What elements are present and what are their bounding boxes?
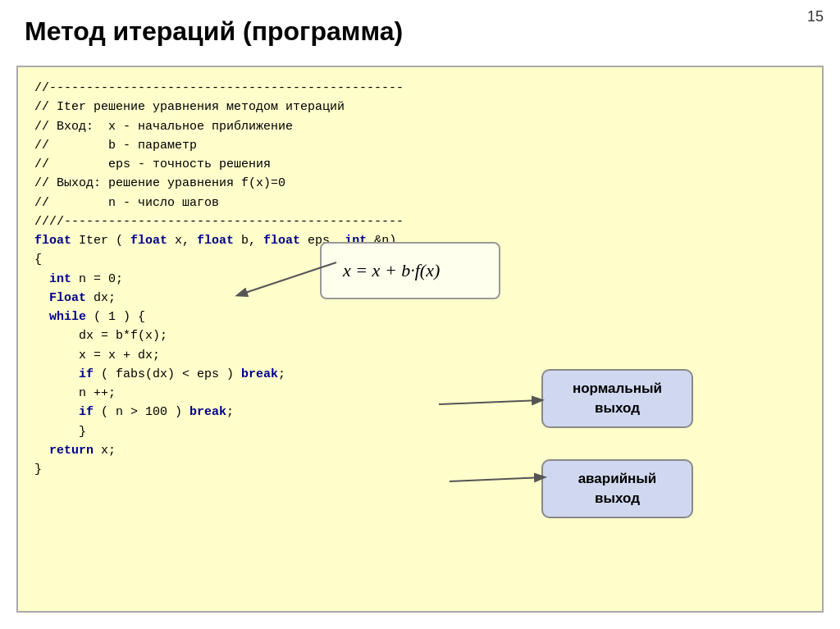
formula-svg: x = x + b·f(x) xyxy=(335,252,499,285)
code-block: //--------------------------------------… xyxy=(16,66,824,613)
code-line-4: // b - параметр xyxy=(34,136,806,155)
svg-text:x = x + b·f(x): x = x + b·f(x) xyxy=(342,260,440,280)
callout-emergency: аварийный выход xyxy=(541,459,693,518)
page-number: 15 xyxy=(807,8,824,25)
code-line-5: // eps - точность решения xyxy=(34,155,806,174)
formula-box: x = x + b·f(x) xyxy=(320,242,500,299)
code-line-14: dx = b*f(x); xyxy=(34,326,806,345)
code-line-15: x = x + dx; xyxy=(34,346,806,365)
code-line-1: //--------------------------------------… xyxy=(34,79,806,98)
code-line-6: // Выход: решение уравнения f(x)=0 xyxy=(34,174,806,193)
page-title: Метод итераций (программа) xyxy=(25,16,403,47)
code-line-13: while ( 1 ) { xyxy=(34,308,806,326)
callout-normal: нормальный выход xyxy=(541,369,693,428)
code-line-8: ////------------------------------------… xyxy=(34,212,806,231)
code-line-2: // Iter решение уравнения методом итерац… xyxy=(34,98,806,116)
code-line-20: return x; xyxy=(34,441,806,460)
code-line-3: // Вход: x - начальное приближение xyxy=(34,117,806,136)
code-line-7: // n - число шагов xyxy=(34,194,806,212)
